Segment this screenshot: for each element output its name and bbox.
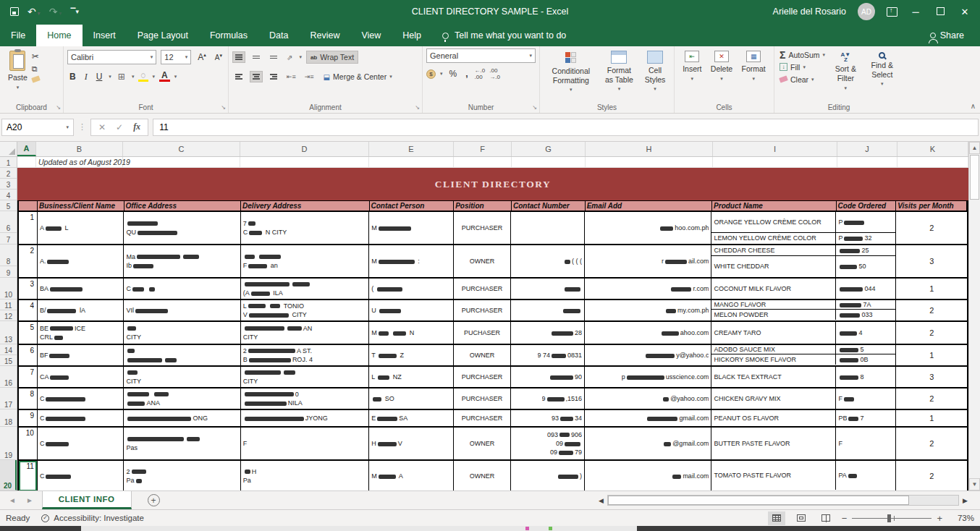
cell-row-number[interactable]: 8 [19, 388, 38, 409]
ribbon-display-options-icon[interactable] [887, 7, 897, 17]
column-header-J[interactable]: J [837, 142, 897, 156]
page-layout-view-button[interactable] [793, 511, 810, 525]
sheet-tab-client-info[interactable]: CLIENT INFO [42, 491, 132, 509]
cell-contact-number[interactable]: ) [511, 461, 585, 490]
align-top-icon[interactable] [232, 51, 245, 63]
tab-insert[interactable]: Insert [83, 25, 127, 46]
cell-delivery-address[interactable]: JYONG [241, 410, 369, 426]
accounting-format-icon[interactable]: $ [426, 69, 436, 79]
row-header-1[interactable]: 1 [0, 157, 17, 168]
cell-position[interactable]: OWNER [454, 428, 512, 459]
restore-button[interactable] [934, 7, 947, 17]
fill-color-icon[interactable]: ◌ [138, 72, 148, 82]
tab-home[interactable]: Home [36, 25, 82, 46]
cell-product-name[interactable]: HICKORY SMOKE FLAVOR [711, 354, 836, 365]
cell-delivery-address[interactable]: 0NILA [241, 388, 369, 409]
tab-help[interactable]: Help [392, 25, 432, 46]
cell-product-name[interactable]: PEANUT OS FLAVOR [711, 410, 836, 426]
align-right-icon[interactable] [267, 71, 280, 82]
cell-office-address[interactable]: ANA [124, 388, 240, 409]
column-header-K[interactable]: K [897, 142, 968, 156]
cell-position[interactable]: PURCHASER [454, 367, 512, 387]
column-header-H[interactable]: H [586, 142, 713, 156]
header-delivery-address[interactable]: Delivery Address [241, 201, 369, 211]
font-family-combo[interactable]: Calibri▾ [67, 50, 156, 64]
cell-contact-person[interactable]: SO [369, 388, 454, 409]
sheet-prev-icon[interactable]: ◄ [9, 496, 16, 504]
format-painter-icon[interactable] [31, 75, 41, 82]
header-code-ordered[interactable]: Code Ordered [837, 201, 897, 211]
align-left-icon[interactable] [232, 71, 245, 82]
cell-delivery-address[interactable]: 7C N CITY [241, 212, 369, 244]
cell-business-name[interactable]: A L [38, 212, 124, 244]
cell-code-ordered[interactable]: 7A [836, 300, 895, 309]
cell-delivery-address[interactable]: (A ILA [241, 279, 369, 299]
cell-position[interactable]: OWNER [454, 461, 512, 490]
grow-font-button[interactable]: A▴ [195, 52, 208, 62]
cell-visits-per-month[interactable]: 2 [896, 388, 967, 409]
cell-K1[interactable] [897, 157, 968, 168]
cell-email[interactable]: gmail.com [585, 410, 711, 426]
cell-contact-person[interactable]: M N [369, 322, 454, 344]
cell-position[interactable]: OWNER [454, 345, 512, 365]
column-header-E[interactable]: E [369, 142, 454, 156]
cell-row-number[interactable]: 6 [19, 345, 38, 365]
hscroll-left-icon[interactable]: ◀ [596, 497, 606, 504]
cell-office-address[interactable]: C [124, 279, 240, 299]
sheet-next-icon[interactable]: ► [26, 496, 33, 504]
cell-business-name[interactable]: BF [38, 345, 124, 365]
header-office-address[interactable]: Office Address [124, 201, 242, 211]
cell-position[interactable]: PURCHASER [454, 410, 512, 426]
cell-visits-per-month[interactable]: 2 [896, 322, 967, 344]
cell-row-number[interactable]: 4 [19, 300, 38, 320]
column-header-D[interactable]: D [240, 142, 369, 156]
cell-contact-number[interactable]: 90 [511, 367, 585, 387]
cell-visits-per-month[interactable]: 3 [896, 367, 967, 387]
cell-product-name[interactable]: ORANGE YELLOW CRÈME COLOR [711, 212, 836, 232]
cell-contact-number[interactable] [511, 212, 585, 244]
align-center-icon[interactable] [250, 71, 263, 82]
tab-review[interactable]: Review [299, 25, 350, 46]
cell-office-address[interactable]: ONG [124, 410, 240, 426]
cell-code-ordered[interactable]: 033 [836, 310, 895, 320]
row-header-15[interactable]: 15 [0, 355, 17, 366]
tab-data[interactable]: Data [258, 25, 299, 46]
header-contact-number[interactable]: Contact Number [512, 201, 586, 211]
cell-A1[interactable] [17, 157, 36, 168]
tab-file[interactable]: File [0, 25, 36, 46]
header-business-client-name[interactable]: Business/Client Name [38, 201, 124, 211]
name-box[interactable]: A20▾ [1, 119, 74, 136]
cell-email[interactable]: my.com.ph [585, 300, 711, 320]
cell-email[interactable]: rail.com [585, 245, 711, 277]
column-header-A[interactable]: A [17, 142, 36, 156]
cell-F1[interactable] [454, 157, 512, 168]
row-header-4[interactable]: 4 [0, 190, 17, 200]
header-product-name[interactable]: Product Name [712, 201, 836, 211]
cell-product-name[interactable]: MANGO FLAVOR [711, 300, 836, 309]
header-visits-per-month[interactable]: Visits per Month [896, 201, 967, 211]
cell-email[interactable]: r.com [585, 279, 711, 299]
cell-contact-person[interactable]: M : [369, 245, 454, 277]
cell-contact-number[interactable]: 093906090979 [511, 428, 585, 459]
row-header-16[interactable]: 16 [0, 366, 17, 388]
cell-office-address[interactable]: MaIb [124, 245, 240, 277]
insert-function-icon[interactable]: fx [133, 122, 140, 132]
align-middle-icon[interactable] [250, 53, 263, 62]
cell-contact-number[interactable] [511, 279, 585, 299]
cell-code-ordered[interactable]: F [836, 428, 895, 459]
scroll-up-icon[interactable]: ▲ [969, 142, 980, 154]
cancel-icon[interactable]: ✕ [98, 122, 106, 132]
header-blank[interactable] [19, 201, 38, 211]
merge-center-button[interactable]: ⬓Merge & Center▾ [321, 71, 395, 82]
row-header-8[interactable]: 8 [0, 245, 17, 266]
cell-office-address[interactable]: VIl [124, 300, 240, 320]
cell-business-name[interactable]: C [38, 461, 124, 490]
delete-cells-button[interactable]: ✕Delete▾ [706, 48, 737, 84]
tell-me-box[interactable]: Tell me what you want to do [432, 25, 576, 46]
cell-office-address[interactable]: Pas [124, 428, 240, 459]
font-dialog-launcher-icon[interactable]: ↘ [221, 104, 226, 111]
cell-position[interactable]: PURCHASER [454, 300, 512, 320]
cell-G1[interactable] [512, 157, 586, 168]
share-button[interactable]: Share [914, 25, 980, 46]
hscroll-right-icon[interactable]: ▶ [960, 497, 970, 504]
